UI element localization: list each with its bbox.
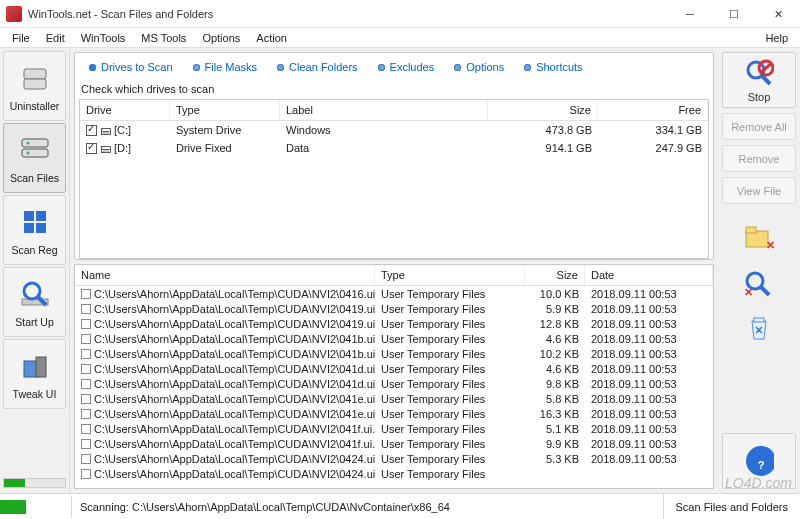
- search-delete-icon[interactable]: ✕: [722, 263, 796, 303]
- result-row[interactable]: C:\Users\Ahorn\AppData\Local\Temp\CUDA\N…: [75, 451, 713, 466]
- result-row[interactable]: C:\Users\Ahorn\AppData\Local\Temp\CUDA\N…: [75, 346, 713, 361]
- result-row[interactable]: C:\Users\Ahorn\AppData\Local\Temp\CUDA\N…: [75, 421, 713, 436]
- row-checkbox[interactable]: [81, 379, 91, 389]
- tab-label: Excludes: [390, 61, 435, 73]
- col-size[interactable]: Size: [488, 100, 598, 120]
- tab-options[interactable]: Options: [444, 57, 514, 77]
- recycle-bin-icon[interactable]: [722, 308, 796, 348]
- svg-line-23: [761, 287, 769, 295]
- col-drive[interactable]: Drive: [80, 100, 170, 120]
- svg-rect-0: [24, 69, 46, 79]
- menu-file[interactable]: File: [4, 30, 38, 46]
- row-checkbox[interactable]: [81, 289, 91, 299]
- col-label[interactable]: Label: [280, 100, 488, 120]
- file-type: User Temporary Files: [375, 466, 525, 481]
- col-type[interactable]: Type: [375, 265, 525, 285]
- row-checkbox[interactable]: [81, 439, 91, 449]
- col-size[interactable]: Size: [525, 265, 585, 285]
- nav-start-up[interactable]: Start Up: [3, 267, 66, 337]
- file-name: C:\Users\Ahorn\AppData\Local\Temp\CUDA\N…: [94, 423, 375, 435]
- file-name: C:\Users\Ahorn\AppData\Local\Temp\CUDA\N…: [94, 393, 375, 405]
- col-free[interactable]: Free: [598, 100, 708, 120]
- row-checkbox[interactable]: [81, 469, 91, 479]
- result-row[interactable]: C:\Users\Ahorn\AppData\Local\Temp\CUDA\N…: [75, 286, 713, 301]
- tab-drives-to-scan[interactable]: Drives to Scan: [79, 57, 183, 77]
- view-file-button[interactable]: View File: [722, 177, 796, 204]
- stop-button[interactable]: Stop: [722, 52, 796, 108]
- file-date: 2018.09.11 00:53: [585, 406, 713, 421]
- row-checkbox[interactable]: [81, 349, 91, 359]
- row-checkbox[interactable]: [81, 364, 91, 374]
- svg-rect-3: [22, 149, 48, 157]
- result-row[interactable]: C:\Users\Ahorn\AppData\Local\Temp\CUDA\N…: [75, 301, 713, 316]
- nav-tweak-ui[interactable]: Tweak UI: [3, 339, 66, 409]
- tab-excludes[interactable]: Excludes: [368, 57, 445, 77]
- tab-file-masks[interactable]: File Masks: [183, 57, 268, 77]
- svg-point-4: [26, 142, 29, 145]
- row-checkbox[interactable]: [81, 334, 91, 344]
- row-checkbox[interactable]: [81, 454, 91, 464]
- result-row[interactable]: C:\Users\Ahorn\AppData\Local\Temp\CUDA\N…: [75, 316, 713, 331]
- row-checkbox[interactable]: [81, 409, 91, 419]
- svg-line-16: [762, 76, 770, 84]
- file-type: User Temporary Files: [375, 421, 525, 436]
- status-progress: [0, 496, 72, 518]
- tab-shortcuts[interactable]: Shortcuts: [514, 57, 592, 77]
- file-size: 4.6 KB: [525, 361, 585, 376]
- status-text: Scanning: C:\Users\Ahorn\AppData\Local\T…: [72, 494, 664, 520]
- drive-row[interactable]: 🖴[D:]Drive FixedData914.1 GB247.9 GB: [80, 139, 708, 157]
- drive-checkbox[interactable]: [86, 143, 97, 154]
- drives-table-header: Drive Type Label Size Free: [80, 100, 708, 121]
- nav-scan-files[interactable]: Scan Files: [3, 123, 66, 193]
- result-row[interactable]: C:\Users\Ahorn\AppData\Local\Temp\CUDA\N…: [75, 361, 713, 376]
- file-date: 2018.09.11 00:53: [585, 331, 713, 346]
- drive-row[interactable]: 🖴[C:]System DriveWindows473.8 GB334.1 GB: [80, 121, 708, 139]
- file-name: C:\Users\Ahorn\AppData\Local\Temp\CUDA\N…: [94, 288, 375, 300]
- result-row[interactable]: C:\Users\Ahorn\AppData\Local\Temp\CUDA\N…: [75, 466, 713, 481]
- drive-checkbox[interactable]: [86, 125, 97, 136]
- drive-letter: [D:]: [114, 142, 131, 154]
- result-row[interactable]: C:\Users\Ahorn\AppData\Local\Temp\CUDA\N…: [75, 436, 713, 451]
- result-row[interactable]: C:\Users\Ahorn\AppData\Local\Temp\CUDA\N…: [75, 331, 713, 346]
- results-body[interactable]: C:\Users\Ahorn\AppData\Local\Temp\CUDA\N…: [75, 286, 713, 488]
- file-type: User Temporary Files: [375, 346, 525, 361]
- nav-scan-reg[interactable]: Scan Reg: [3, 195, 66, 265]
- result-row[interactable]: C:\Users\Ahorn\AppData\Local\Temp\CUDA\N…: [75, 376, 713, 391]
- status-bar: Scanning: C:\Users\Ahorn\AppData\Local\T…: [0, 493, 800, 519]
- remove-all-button[interactable]: Remove All: [722, 113, 796, 140]
- nav-uninstaller[interactable]: Uninstaller: [3, 51, 66, 121]
- close-button[interactable]: ✕: [756, 0, 800, 28]
- title-bar: WinTools.net - Scan Files and Folders ─ …: [0, 0, 800, 28]
- svg-text:✕: ✕: [744, 286, 753, 298]
- svg-rect-25: [754, 318, 764, 322]
- minimize-button[interactable]: ─: [668, 0, 712, 28]
- menu-wintools[interactable]: WinTools: [73, 30, 134, 46]
- file-date: 2018.09.11 00:53: [585, 346, 713, 361]
- maximize-button[interactable]: ☐: [712, 0, 756, 28]
- col-type[interactable]: Type: [170, 100, 280, 120]
- row-checkbox[interactable]: [81, 394, 91, 404]
- help-button[interactable]: ?: [722, 433, 796, 489]
- col-date[interactable]: Date: [585, 265, 713, 285]
- bullet-icon: [454, 64, 461, 71]
- svg-rect-14: [36, 357, 46, 377]
- remove-label: Remove: [739, 153, 780, 165]
- menu-options[interactable]: Options: [194, 30, 248, 46]
- bullet-icon: [524, 64, 531, 71]
- file-date: 2018.09.11 00:53: [585, 301, 713, 316]
- result-row[interactable]: C:\Users\Ahorn\AppData\Local\Temp\CUDA\N…: [75, 406, 713, 421]
- menu-mstools[interactable]: MS Tools: [133, 30, 194, 46]
- remove-button[interactable]: Remove: [722, 145, 796, 172]
- menu-edit[interactable]: Edit: [38, 30, 73, 46]
- tab-clean-folders[interactable]: Clean Folders: [267, 57, 367, 77]
- svg-rect-2: [22, 139, 48, 147]
- row-checkbox[interactable]: [81, 424, 91, 434]
- row-checkbox[interactable]: [81, 319, 91, 329]
- folder-delete-icon[interactable]: ✕: [722, 218, 796, 258]
- row-checkbox[interactable]: [81, 304, 91, 314]
- menu-help[interactable]: Help: [757, 30, 796, 46]
- result-row[interactable]: C:\Users\Ahorn\AppData\Local\Temp\CUDA\N…: [75, 391, 713, 406]
- menu-action[interactable]: Action: [248, 30, 295, 46]
- col-name[interactable]: Name: [75, 265, 375, 285]
- stop-label: Stop: [748, 91, 771, 103]
